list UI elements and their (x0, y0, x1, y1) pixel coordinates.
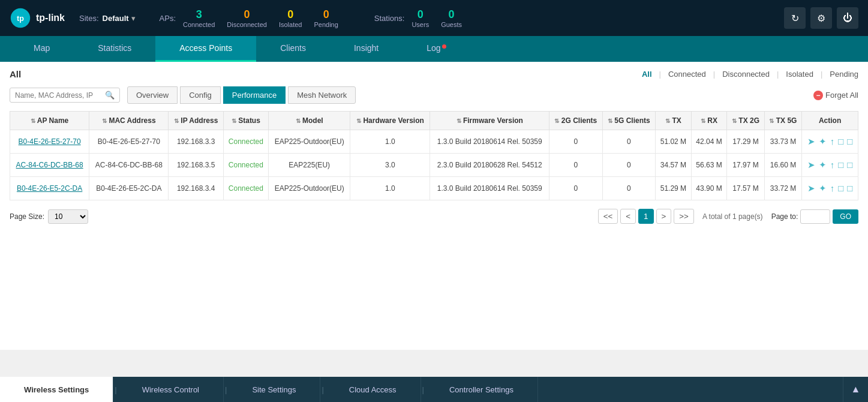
action-upgrade-2[interactable]: ↑ (830, 183, 835, 194)
action-edit-2[interactable]: □ (838, 183, 843, 194)
action-locate-2[interactable]: ➤ (807, 183, 815, 194)
cell-5g-2: 0 (602, 177, 656, 200)
action-reboot-2[interactable]: ✦ (819, 183, 827, 194)
table-row: B0-4E-26-E5-27-70 B0-4E-26-E5-27-70 192.… (10, 130, 858, 154)
filter-pending[interactable]: Pending (830, 70, 858, 79)
cell-tx5g-2: 33.72 M (764, 177, 801, 200)
cell-ip-2: 192.168.3.4 (169, 177, 223, 200)
th-rx[interactable]: ⇅ RX (691, 112, 727, 130)
action-reboot-1[interactable]: ✦ (819, 160, 827, 170)
filter-isolated[interactable]: Isolated (786, 70, 813, 79)
action-edit-1[interactable]: □ (838, 160, 843, 170)
go-button[interactable]: GO (833, 209, 858, 224)
nav-tabs: Map Statistics Access Points Clients Ins… (0, 36, 868, 62)
page-last-button[interactable]: >> (674, 209, 694, 224)
page-nav: << < 1 > >> A total of 1 page(s) Page to… (598, 209, 858, 224)
cell-mac-2: B0-4E-26-E5-2C-DA (89, 177, 169, 200)
cell-fw-0: 1.3.0 Build 20180614 Rel. 50359 (430, 130, 549, 154)
tab-log[interactable]: Log (403, 36, 470, 62)
action-delete-2[interactable]: □ (847, 183, 852, 194)
tab-access-points[interactable]: Access Points (155, 36, 256, 62)
th-2g-clients[interactable]: ⇅ 2G Clients (549, 112, 603, 130)
sites-dropdown-icon[interactable]: ▾ (131, 14, 136, 23)
page-first-button[interactable]: << (598, 209, 618, 224)
th-5g-clients[interactable]: ⇅ 5G Clients (602, 112, 656, 130)
tab-statistics[interactable]: Statistics (74, 36, 155, 62)
ap-connected-label: Connected (183, 21, 215, 28)
cell-ap-name-2[interactable]: B0-4E-26-E5-2C-DA (10, 177, 89, 200)
tab-map[interactable]: Map (10, 36, 74, 62)
search-input[interactable] (15, 91, 105, 100)
forget-all-button[interactable]: − Forget All (813, 91, 858, 100)
action-delete-0[interactable]: □ (847, 136, 852, 147)
main-content: All All | Connected | Disconnected | Iso… (0, 62, 868, 350)
sub-tabs-row: 🔍 Overview Config Performance Mesh Netwo… (10, 86, 858, 104)
filter-sep-1: | (659, 70, 661, 79)
cell-mac-0: B0-4E-26-E5-27-70 (89, 130, 169, 154)
cell-tx5g-1: 16.60 M (764, 154, 801, 177)
th-fw-version[interactable]: ⇅ Firmware Version (430, 112, 549, 130)
action-edit-0[interactable]: □ (838, 136, 843, 147)
th-status[interactable]: ⇅ Status (223, 112, 268, 130)
th-ap-name[interactable]: ⇅ AP Name (10, 112, 89, 130)
sub-tab-mesh-network[interactable]: Mesh Network (288, 86, 356, 104)
cell-ap-name-0[interactable]: B0-4E-26-E5-27-70 (10, 130, 89, 154)
th-model[interactable]: ⇅ Model (268, 112, 350, 130)
th-tx2g[interactable]: ⇅ TX 2G (727, 112, 764, 130)
station-users-num: 0 (418, 8, 424, 21)
ap-disconnected-label: Disconnected (227, 21, 267, 28)
station-guests: 0 Guests (441, 8, 462, 28)
aps-area: APs: 3 Connected 0 Disconnected 0 Isolat… (160, 8, 350, 28)
cell-fw-1: 2.3.0 Build 20180628 Rel. 54512 (430, 154, 549, 177)
action-upgrade-0[interactable]: ↑ (830, 136, 835, 147)
search-icon[interactable]: 🔍 (105, 91, 115, 100)
cell-5g-0: 0 (602, 130, 656, 154)
cell-2g-1: 0 (549, 154, 603, 177)
cell-model-2: EAP225-Outdoor(EU) (268, 177, 350, 200)
page-to-input[interactable] (800, 209, 830, 224)
logout-button[interactable]: ⏻ (837, 7, 858, 29)
filter-all[interactable]: All (642, 70, 652, 79)
tab-clients[interactable]: Clients (256, 36, 330, 62)
cell-model-1: EAP225(EU) (268, 154, 350, 177)
cell-ap-name-1[interactable]: AC-84-C6-DC-BB-68 (10, 154, 89, 177)
ap-disconnected-num: 0 (244, 8, 250, 21)
cell-actions-2: ➤ ✦ ↑ □ □ (802, 177, 858, 200)
svg-text:tp: tp (17, 14, 24, 23)
cell-hw-1: 3.0 (350, 154, 430, 177)
ap-connected-num: 3 (196, 8, 202, 21)
page-current-button[interactable]: 1 (638, 209, 653, 224)
th-hw-version[interactable]: ⇅ Hardware Version (350, 112, 430, 130)
th-tx[interactable]: ⇅ TX (656, 112, 692, 130)
cell-tx-1: 34.57 M (656, 154, 692, 177)
page-size-select[interactable]: 10 20 50 100 (48, 209, 88, 224)
filter-disconnected[interactable]: Disconnected (722, 70, 770, 79)
action-reboot-0[interactable]: ✦ (819, 136, 827, 147)
action-delete-1[interactable]: □ (847, 160, 852, 170)
tab-insight[interactable]: Insight (330, 36, 403, 62)
search-box[interactable]: 🔍 (10, 88, 120, 103)
ap-pending-label: Pending (314, 21, 338, 28)
sub-tab-performance[interactable]: Performance (223, 86, 286, 104)
th-ip-address[interactable]: ⇅ IP Address (169, 112, 223, 130)
pagination-bar: Page Size: 10 20 50 100 << < 1 > >> A to… (10, 209, 858, 224)
sites-value: Default (103, 14, 129, 23)
refresh-button[interactable]: ↻ (784, 7, 806, 29)
ap-table: ⇅ AP Name ⇅ MAC Address ⇅ IP Address ⇅ S… (10, 111, 858, 200)
action-locate-1[interactable]: ➤ (807, 160, 815, 170)
page-total-info: A total of 1 page(s) (702, 212, 763, 221)
page-next-button[interactable]: > (656, 209, 672, 224)
sub-tab-overview[interactable]: Overview (127, 86, 178, 104)
settings-button[interactable]: ⚙ (810, 7, 832, 29)
sub-tab-config[interactable]: Config (180, 86, 221, 104)
action-upgrade-1[interactable]: ↑ (830, 160, 835, 170)
page-prev-button[interactable]: < (620, 209, 636, 224)
th-tx5g[interactable]: ⇅ TX 5G (764, 112, 801, 130)
station-guests-num: 0 (449, 8, 455, 21)
filter-connected[interactable]: Connected (668, 70, 706, 79)
th-mac-address[interactable]: ⇅ MAC Address (89, 112, 169, 130)
stations-label: Stations: (374, 14, 405, 23)
cell-model-0: EAP225-Outdoor(EU) (268, 130, 350, 154)
station-users-label: Users (412, 21, 429, 28)
action-locate-0[interactable]: ➤ (807, 136, 815, 147)
